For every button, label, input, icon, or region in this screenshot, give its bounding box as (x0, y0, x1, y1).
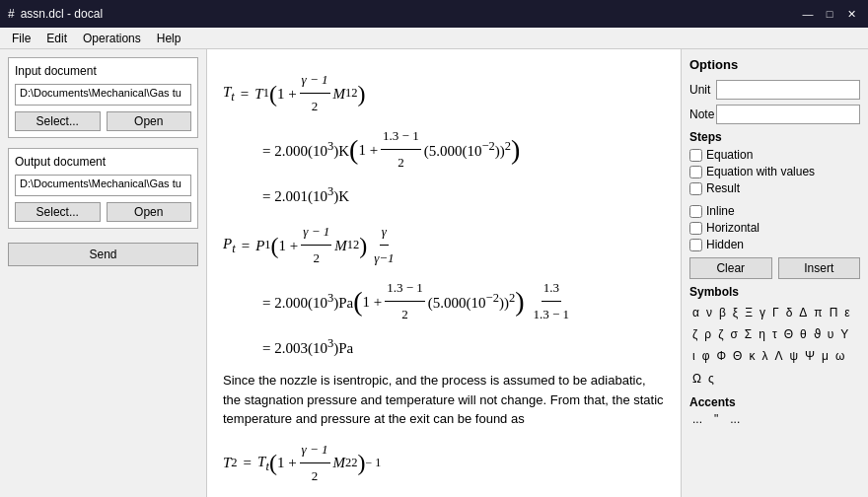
unit-label: Unit (689, 83, 716, 97)
symbol-gamma-upper[interactable]: Γ (769, 303, 782, 323)
symbols-title: Symbols (689, 285, 860, 299)
horizontal-label: Horizontal (706, 221, 760, 235)
symbol-xi-lower[interactable]: ξ (730, 303, 741, 323)
symbol-alpha[interactable]: α (689, 303, 702, 323)
accent-ellipsis2[interactable]: ... (727, 411, 743, 427)
menu-operations[interactable]: Operations (77, 31, 147, 46)
unit-input[interactable] (716, 80, 860, 100)
symbol-lambda-lower[interactable]: λ (759, 346, 770, 367)
symbol-vartheta[interactable]: ϑ (811, 324, 824, 345)
window-title: assn.dcl - docal (21, 7, 103, 21)
inline-checkbox[interactable] (689, 205, 702, 218)
symbol-phi-upper[interactable]: Φ (713, 346, 729, 367)
symbol-kappa[interactable]: κ (746, 346, 758, 367)
main-area: Input document D:\Documents\Mechanical\G… (0, 49, 868, 497)
output-path-display: D:\Documents\Mechanical\Gas tu (15, 175, 191, 196)
menu-help[interactable]: Help (151, 31, 187, 46)
maximize-button[interactable]: □ (821, 5, 838, 23)
result-label: Result (706, 181, 740, 195)
symbol-upsilon-upper[interactable]: Υ (837, 324, 851, 345)
symbols-grid: α ν β ξ Ξ γ Γ δ Δ π Π ε ζ ρ ζ σ Σ η τ Θ … (689, 303, 860, 390)
symbol-omega-lower[interactable]: ω (832, 346, 847, 367)
accent-ellipsis[interactable]: ... (689, 411, 705, 427)
symbol-mu[interactable]: μ (819, 346, 832, 367)
steps-title: Steps (689, 130, 860, 144)
equation-label: Equation (706, 148, 753, 162)
hidden-label: Hidden (706, 238, 744, 251)
symbol-gamma-lower[interactable]: γ (757, 303, 768, 323)
output-open-button[interactable]: Open (107, 202, 192, 222)
clear-button[interactable]: Clear (689, 257, 772, 279)
symbol-pi[interactable]: π (811, 303, 825, 323)
minimize-button[interactable]: — (799, 5, 817, 23)
symbol-rho[interactable]: ρ (701, 324, 714, 345)
output-document-label: Output document (15, 155, 191, 169)
output-select-button[interactable]: Select... (15, 202, 101, 222)
symbol-iota[interactable]: ι (689, 346, 698, 367)
symbol-upsilon-lower[interactable]: υ (825, 324, 837, 345)
symbol-phi-lower[interactable]: φ (699, 346, 713, 367)
symbol-epsilon[interactable]: ε (841, 303, 852, 323)
hidden-checkbox[interactable] (689, 239, 702, 251)
input-path-display: D:\Documents\Mechanical\Gas tu (15, 84, 191, 106)
symbol-theta-upper[interactable]: Θ (781, 324, 796, 345)
symbol-theta-lower[interactable]: θ (797, 324, 810, 345)
symbol-omega-upper[interactable]: Ω (689, 369, 704, 390)
symbol-psi-upper[interactable]: Ψ (802, 346, 818, 367)
content-area[interactable]: Tt = T1 ( 1 + γ − 1 2 M12 ) = 2.000(103)… (207, 49, 681, 497)
symbol-zeta2[interactable]: ζ (715, 324, 726, 345)
symbol-eta[interactable]: η (756, 324, 768, 345)
input-open-button[interactable]: Open (107, 111, 192, 131)
accents-row: ... " ... (689, 411, 860, 427)
left-panel: Input document D:\Documents\Mechanical\G… (0, 49, 207, 497)
symbol-zeta[interactable]: ζ (689, 324, 700, 345)
window-controls: — □ ✕ (799, 5, 860, 23)
math-block-3: T2 = Tt ( 1 + γ − 1 2 M22 ) − 1 = 2.001(… (223, 437, 665, 498)
accents-title: Accents (689, 395, 860, 409)
symbol-sigma-lower[interactable]: σ (727, 324, 740, 345)
accent-double-quote[interactable]: " (711, 411, 721, 427)
symbol-psi-lower[interactable]: ψ (786, 346, 801, 367)
symbol-varsigma[interactable]: ς (705, 369, 717, 390)
input-select-button[interactable]: Select... (15, 111, 101, 131)
horizontal-checkbox[interactable] (689, 222, 702, 235)
send-button[interactable]: Send (8, 243, 198, 266)
symbol-nu[interactable]: ν (703, 303, 715, 323)
input-document-group: Input document D:\Documents\Mechanical\G… (8, 57, 198, 138)
inline-label: Inline (706, 204, 735, 218)
title-bar: # assn.dcl - docal — □ ✕ (0, 0, 868, 28)
input-document-label: Input document (15, 64, 191, 78)
symbol-sigma-upper[interactable]: Σ (742, 324, 755, 345)
app-icon: # (8, 7, 15, 21)
symbol-delta-lower[interactable]: δ (783, 303, 796, 323)
symbol-lambda-upper[interactable]: Λ (771, 346, 785, 367)
note-input[interactable] (716, 105, 860, 124)
symbol-tau[interactable]: τ (769, 324, 780, 345)
menu-edit[interactable]: Edit (40, 31, 73, 46)
equation-with-values-checkbox[interactable] (689, 166, 702, 178)
right-panel: Options Unit Note Steps Equation Equatio… (681, 49, 868, 497)
explanation-paragraph: Since the nozzle is isentropic, and the … (223, 371, 665, 429)
note-label: Note (689, 107, 716, 121)
menu-bar: File Edit Operations Help (0, 28, 868, 49)
options-title: Options (689, 57, 860, 72)
symbol-beta[interactable]: β (716, 303, 729, 323)
equation-with-values-label: Equation with values (706, 165, 815, 178)
menu-file[interactable]: File (6, 31, 36, 46)
insert-button[interactable]: Insert (778, 257, 861, 279)
math-block-1: Tt = T1 ( 1 + γ − 1 2 M12 ) = 2.000(103)… (223, 67, 665, 211)
close-button[interactable]: ✕ (842, 5, 860, 23)
output-document-group: Output document D:\Documents\Mechanical\… (8, 148, 198, 229)
equation-checkbox[interactable] (689, 149, 702, 162)
symbol-xi-upper[interactable]: Ξ (742, 303, 756, 323)
math-block-2: Pt = P1 ( 1 + γ − 1 2 M12 ) γ γ−1 (223, 219, 665, 363)
result-checkbox[interactable] (689, 182, 702, 195)
symbol-Theta2[interactable]: Θ (730, 346, 745, 367)
symbol-delta-upper[interactable]: Δ (796, 303, 810, 323)
symbol-pi-upper[interactable]: Π (827, 303, 841, 323)
